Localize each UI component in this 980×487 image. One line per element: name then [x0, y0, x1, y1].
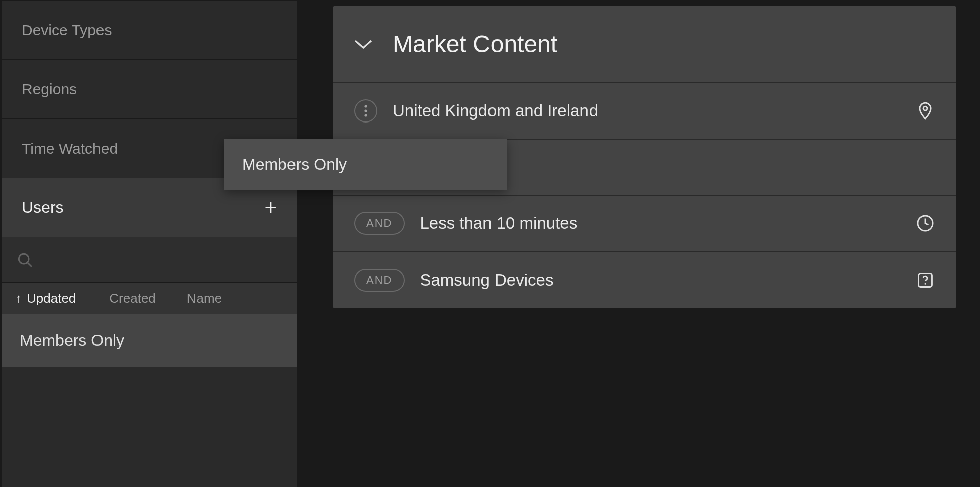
svg-point-3	[364, 109, 367, 112]
sort-name[interactable]: Name	[187, 291, 222, 306]
rule-label: United Kingdom and Ireland	[393, 101, 598, 120]
market-content-card: Market Content United Kingdom and Irelan…	[333, 6, 956, 308]
clock-icon	[916, 214, 935, 233]
row-menu-button[interactable]	[354, 99, 377, 123]
rule-label: Less than 10 minutes	[420, 214, 577, 233]
svg-point-4	[364, 114, 367, 116]
rule-row-time[interactable]: AND Less than 10 minutes	[333, 196, 956, 252]
svg-point-2	[364, 105, 367, 107]
add-user-button[interactable]: +	[264, 196, 277, 220]
sidebar: Device Types Regions Time Watched Users …	[0, 0, 297, 487]
sort-label: Updated	[27, 291, 76, 306]
sidebar-item-label: Regions	[22, 81, 77, 98]
app-root: Device Types Regions Time Watched Users …	[0, 0, 980, 487]
pin-icon	[916, 101, 935, 120]
sort-label: Created	[109, 291, 156, 306]
svg-line-1	[28, 262, 32, 266]
rule-gap-drop-target[interactable]	[333, 140, 956, 196]
chevron-down-icon	[354, 39, 372, 50]
sort-row: ↑ Updated Created Name	[2, 283, 297, 314]
svg-point-0	[19, 254, 29, 264]
dots-vertical-icon	[364, 104, 368, 117]
svg-point-8	[924, 283, 926, 285]
sort-updated[interactable]: ↑ Updated	[16, 291, 76, 306]
user-item-label: Members Only	[20, 331, 124, 350]
rule-row-device[interactable]: AND Samsung Devices	[333, 252, 956, 308]
sidebar-item-device-types[interactable]: Device Types	[2, 1, 297, 60]
sidebar-item-time-watched[interactable]: Time Watched	[2, 119, 297, 178]
rule-row-region[interactable]: United Kingdom and Ireland	[333, 83, 956, 140]
user-item-members-only[interactable]: Members Only	[2, 314, 297, 367]
sort-arrow-up-icon: ↑	[16, 291, 22, 305]
rule-label: Samsung Devices	[420, 271, 553, 290]
card-header[interactable]: Market Content	[333, 6, 956, 83]
card-title: Market Content	[393, 30, 557, 58]
and-operator-pill[interactable]: AND	[354, 212, 405, 235]
sort-created[interactable]: Created	[109, 291, 156, 306]
operator-label: AND	[366, 217, 393, 230]
sidebar-item-label: Time Watched	[22, 140, 118, 157]
search-icon	[17, 252, 34, 269]
user-list: Members Only	[2, 314, 297, 487]
sidebar-section-label: Users	[22, 198, 64, 217]
sidebar-item-regions[interactable]: Regions	[2, 60, 297, 119]
operator-label: AND	[366, 274, 393, 287]
sidebar-item-label: Device Types	[22, 22, 112, 39]
sidebar-section-users[interactable]: Users +	[2, 178, 297, 237]
and-operator-pill[interactable]: AND	[354, 269, 405, 292]
main-panel: Market Content United Kingdom and Irelan…	[297, 0, 980, 487]
svg-point-5	[923, 106, 927, 110]
search-row[interactable]	[2, 237, 297, 283]
sort-label: Name	[187, 291, 222, 306]
unknown-icon	[916, 271, 935, 290]
